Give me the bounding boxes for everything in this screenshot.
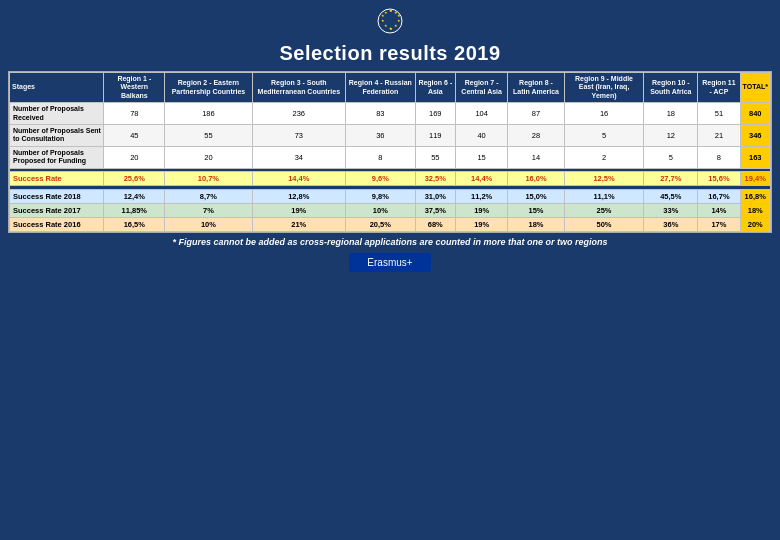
row-data-cell: 83 bbox=[346, 103, 415, 125]
table-row: Success Rate25,6%10,7%14,4%9,6%32,5%14,4… bbox=[10, 171, 771, 185]
row-data-cell: 55 bbox=[415, 146, 455, 168]
row-data-cell: 169 bbox=[415, 103, 455, 125]
row-label-cell: Success Rate bbox=[10, 171, 104, 185]
row-data-cell: 12,5% bbox=[564, 171, 644, 185]
table-row: Number of Proposals Sent to Consultation… bbox=[10, 124, 771, 146]
row-data-cell: 236 bbox=[252, 103, 346, 125]
row-data-cell: 8,7% bbox=[165, 189, 252, 203]
row-data-cell: 14,4% bbox=[456, 171, 508, 185]
row-data-cell: 16,8% bbox=[740, 189, 770, 203]
row-data-cell: 37,5% bbox=[415, 203, 455, 217]
row-data-cell: 11,2% bbox=[456, 189, 508, 203]
row-data-cell: 8 bbox=[698, 146, 740, 168]
logo-area: ★ ★ ★ ★ ★ ★ ★ ★ ★ ★ ★ ★ bbox=[370, 8, 410, 34]
row-data-cell: 18 bbox=[644, 103, 698, 125]
col-header-stages: Stages bbox=[10, 73, 104, 103]
table-row: Success Rate 201616,5%10%21%20,5%68%19%1… bbox=[10, 217, 771, 231]
row-data-cell: 78 bbox=[104, 103, 165, 125]
row-data-cell: 15,0% bbox=[508, 189, 565, 203]
row-data-cell: 840 bbox=[740, 103, 770, 125]
row-data-cell: 32,5% bbox=[415, 171, 455, 185]
row-data-cell: 87 bbox=[508, 103, 565, 125]
row-data-cell: 25,6% bbox=[104, 171, 165, 185]
row-data-cell: 18% bbox=[740, 203, 770, 217]
row-data-cell: 21 bbox=[698, 124, 740, 146]
row-data-cell: 16,7% bbox=[698, 189, 740, 203]
row-data-cell: 15,6% bbox=[698, 171, 740, 185]
row-data-cell: 186 bbox=[165, 103, 252, 125]
row-data-cell: 18% bbox=[508, 217, 565, 231]
row-data-cell: 15% bbox=[508, 203, 565, 217]
eu-logo: ★ ★ ★ ★ ★ ★ ★ ★ ★ ★ ★ ★ bbox=[370, 8, 410, 34]
row-data-cell: 45,5% bbox=[644, 189, 698, 203]
page-title: Selection results 2019 bbox=[8, 42, 772, 65]
svg-text:★: ★ bbox=[384, 23, 388, 28]
row-data-cell: 19% bbox=[456, 217, 508, 231]
row-data-cell: 21% bbox=[252, 217, 346, 231]
col-header-r7: Region 7 - Central Asia bbox=[456, 73, 508, 103]
col-header-total: TOTAL* bbox=[740, 73, 770, 103]
col-header-r11: Region 11 - ACP bbox=[698, 73, 740, 103]
row-label-cell: Success Rate 2018 bbox=[10, 189, 104, 203]
table-container: Stages Region 1 - Western Balkans Region… bbox=[8, 71, 772, 233]
row-data-cell: 20% bbox=[740, 217, 770, 231]
row-data-cell: 55 bbox=[165, 124, 252, 146]
col-header-r8: Region 8 - Latin America bbox=[508, 73, 565, 103]
row-data-cell: 20 bbox=[104, 146, 165, 168]
row-data-cell: 17% bbox=[698, 217, 740, 231]
erasmus-button[interactable]: Erasmus+ bbox=[349, 253, 430, 272]
row-data-cell: 31,0% bbox=[415, 189, 455, 203]
row-data-cell: 9,6% bbox=[346, 171, 415, 185]
row-data-cell: 27,7% bbox=[644, 171, 698, 185]
row-data-cell: 10,7% bbox=[165, 171, 252, 185]
col-header-r1: Region 1 - Western Balkans bbox=[104, 73, 165, 103]
table-row: Number of Proposals Received781862368316… bbox=[10, 103, 771, 125]
svg-text:★: ★ bbox=[389, 26, 393, 31]
page-wrapper: ★ ★ ★ ★ ★ ★ ★ ★ ★ ★ ★ ★ Selection result… bbox=[0, 0, 780, 540]
row-label-cell: Success Rate 2017 bbox=[10, 203, 104, 217]
row-data-cell: 16,0% bbox=[508, 171, 565, 185]
row-data-cell: 73 bbox=[252, 124, 346, 146]
row-data-cell: 36% bbox=[644, 217, 698, 231]
row-label-cell: Number of Proposals Proposed for Funding bbox=[10, 146, 104, 168]
footnote: * Figures cannot be added as cross-regio… bbox=[8, 237, 772, 247]
row-data-cell: 5 bbox=[644, 146, 698, 168]
row-data-cell: 16,5% bbox=[104, 217, 165, 231]
row-data-cell: 8 bbox=[346, 146, 415, 168]
row-data-cell: 25% bbox=[564, 203, 644, 217]
col-header-r6: Region 6 - Asia bbox=[415, 73, 455, 103]
row-data-cell: 10% bbox=[165, 217, 252, 231]
svg-text:★: ★ bbox=[389, 8, 393, 13]
row-data-cell: 16 bbox=[564, 103, 644, 125]
row-data-cell: 104 bbox=[456, 103, 508, 125]
row-data-cell: 20,5% bbox=[346, 217, 415, 231]
row-label-cell: Number of Proposals Sent to Consultation bbox=[10, 124, 104, 146]
row-data-cell: 12 bbox=[644, 124, 698, 146]
row-data-cell: 19% bbox=[252, 203, 346, 217]
row-data-cell: 28 bbox=[508, 124, 565, 146]
row-data-cell: 10% bbox=[346, 203, 415, 217]
svg-text:★: ★ bbox=[384, 10, 388, 15]
row-data-cell: 33% bbox=[644, 203, 698, 217]
table-row: Success Rate 201711,85%7%19%10%37,5%19%1… bbox=[10, 203, 771, 217]
row-data-cell: 12,4% bbox=[104, 189, 165, 203]
col-header-r10: Region 10 - South Africa bbox=[644, 73, 698, 103]
row-data-cell: 119 bbox=[415, 124, 455, 146]
row-data-cell: 51 bbox=[698, 103, 740, 125]
row-label-cell: Number of Proposals Received bbox=[10, 103, 104, 125]
row-data-cell: 9,8% bbox=[346, 189, 415, 203]
row-data-cell: 36 bbox=[346, 124, 415, 146]
col-header-r4: Region 4 - Russian Federation bbox=[346, 73, 415, 103]
svg-text:★: ★ bbox=[381, 18, 385, 23]
table-row: Success Rate 201812,4%8,7%12,8%9,8%31,0%… bbox=[10, 189, 771, 203]
row-data-cell: 45 bbox=[104, 124, 165, 146]
table-row: Number of Proposals Proposed for Funding… bbox=[10, 146, 771, 168]
col-header-r2: Region 2 - Eastern Partnership Countries bbox=[165, 73, 252, 103]
row-data-cell: 7% bbox=[165, 203, 252, 217]
row-data-cell: 50% bbox=[564, 217, 644, 231]
row-data-cell: 15 bbox=[456, 146, 508, 168]
row-data-cell: 40 bbox=[456, 124, 508, 146]
row-data-cell: 5 bbox=[564, 124, 644, 146]
row-data-cell: 68% bbox=[415, 217, 455, 231]
col-header-r3: Region 3 - South Mediterranean Countries bbox=[252, 73, 346, 103]
